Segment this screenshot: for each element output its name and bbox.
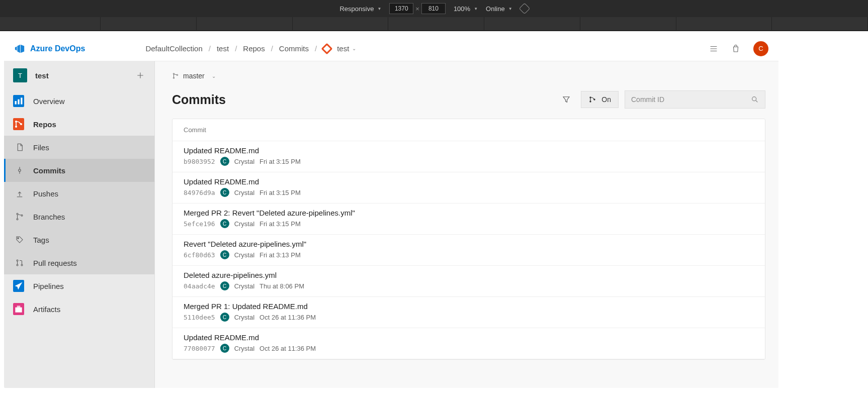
commit-title: Merged PR 2: Revert "Deleted azure-pipel… [184,209,754,217]
project-tile: T [13,68,27,82]
file-icon [15,143,24,152]
subnav-tags[interactable]: Tags [4,228,154,251]
commit-hash: b9803952 [184,158,215,165]
crumb-repo-picker[interactable]: test ⌄ [323,44,356,53]
commit-title: Updated README.md [184,177,754,186]
crumb-repos[interactable]: Repos [243,44,265,53]
commit-row[interactable]: Merged PR 2: Revert "Deleted azure-pipel… [172,204,765,235]
commit-avatar: C [220,219,229,228]
commit-title: Updated README.md [184,333,754,342]
svg-point-8 [17,219,18,220]
commit-title: Merged PR 1: Updated README.md [184,302,754,311]
commit-row[interactable]: Merged PR 1: Updated README.md 5110dee5 … [172,297,765,328]
svg-point-7 [17,213,18,215]
avatar[interactable]: C [753,41,768,56]
sidebar-item-overview[interactable]: Overview [4,89,154,113]
sidebar-label-overview: Overview [33,97,65,106]
commit-avatar: C [220,188,229,197]
svg-rect-0 [15,101,17,105]
overview-icon [13,95,24,107]
crumb-commits[interactable]: Commits [279,44,309,53]
commit-title: Deleted azure-pipelines.yml [184,271,754,279]
commit-time: Fri at 3:15 PM [259,158,301,165]
app-frame: Azure DevOps DefaultCollection / test / … [4,36,778,388]
commit-row[interactable]: Updated README.md b9803952 C Crystal Fri… [172,141,765,172]
sidebar-label-repos: Repos [33,120,56,129]
subnav-label-files: Files [33,143,49,152]
svg-point-10 [18,238,19,239]
commit-title: Revert "Deleted azure-pipelines.yml" [184,240,754,248]
devtools-tabstrip [0,17,868,31]
commit-hash: 84976d9a [184,189,215,196]
main-content: master ⌄ Commits On [155,61,778,388]
commit-row[interactable]: Revert "Deleted azure-pipelines.yml" 6cf… [172,235,765,266]
commit-author: Crystal [234,220,254,228]
viewport-width-input[interactable] [389,3,413,14]
subnav-files[interactable]: Files [4,136,154,159]
subnav-label-commits: Commits [33,166,65,175]
commit-search[interactable] [625,90,765,109]
commit-time: Oct 26 at 11:36 PM [259,314,316,321]
subnav-branches[interactable]: Branches [4,205,154,228]
sidebar-item-artifacts[interactable]: Artifacts [4,297,154,321]
logo[interactable]: Azure DevOps [14,43,85,54]
viewport-height-input[interactable] [421,3,446,14]
branch-name: master [183,72,205,80]
commit-row[interactable]: Updated README.md 84976d9a C Crystal Fri… [172,172,765,204]
crumb-collection[interactable]: DefaultCollection [145,44,202,53]
commit-time: Fri at 3:15 PM [259,189,301,196]
graph-toggle[interactable]: On [581,91,619,108]
commit-avatar: C [220,313,229,322]
commit-hash: 5110dee5 [184,314,215,321]
rotate-icon[interactable] [518,3,530,15]
filter-button[interactable] [558,91,575,108]
commit-hash: 77080077 [184,345,215,352]
shopping-bag-icon[interactable] [731,44,740,53]
commit-row[interactable]: Updated README.md 77080077 C Crystal Oct… [172,328,765,359]
branch-icon [172,72,179,79]
top-header: Azure DevOps DefaultCollection / test / … [4,36,778,61]
devtools-toolbar: Responsive × 100% Online [0,0,868,17]
subnav-pushes[interactable]: Pushes [4,182,154,205]
commit-avatar: C [220,344,229,353]
sidebar-item-repos[interactable]: Repos [4,113,154,136]
pipelines-icon [13,280,24,292]
svg-point-3 [15,121,17,123]
svg-point-12 [17,264,18,266]
page-title: Commits [172,92,226,107]
commit-time: Fri at 3:15 PM [259,220,301,228]
commit-hash: 5efce196 [184,220,215,228]
search-icon [751,95,759,104]
commit-search-input[interactable] [631,95,751,104]
device-mode-dropdown[interactable]: Responsive [339,5,381,13]
graph-icon [588,95,596,104]
sidebar-item-pipelines[interactable]: Pipelines [4,274,154,297]
project-header[interactable]: T test [4,61,154,89]
repos-icon [13,118,24,130]
zoom-dropdown[interactable]: 100% [454,5,478,13]
svg-rect-1 [18,99,19,105]
svg-point-13 [21,264,23,266]
filter-icon [562,95,571,104]
commit-author: Crystal [234,251,254,259]
subnav-label-branches: Branches [33,213,65,221]
commit-title: Updated README.md [184,146,754,155]
subnav-pull-requests[interactable]: Pull requests [4,251,154,274]
graph-toggle-label: On [601,95,611,104]
svg-rect-2 [21,97,22,104]
azure-devops-icon [14,43,25,54]
add-button[interactable] [135,70,145,80]
commit-row[interactable]: Deleted azure-pipelines.yml 04aadc4e C C… [172,266,765,297]
sidebar: T test Overview Repos [4,61,155,388]
crumb-project[interactable]: test [217,44,229,53]
list-icon[interactable] [709,44,718,53]
dimension-separator: × [415,5,419,13]
svg-point-4 [15,126,17,128]
commit-time: Fri at 3:13 PM [259,251,301,259]
commit-author: Crystal [234,189,254,196]
logo-text: Azure DevOps [30,44,85,53]
subnav-commits[interactable]: Commits [4,159,154,182]
branch-picker[interactable]: master ⌄ [172,67,765,84]
commit-time: Thu at 8:06 PM [259,282,304,290]
network-dropdown[interactable]: Online [486,5,512,13]
